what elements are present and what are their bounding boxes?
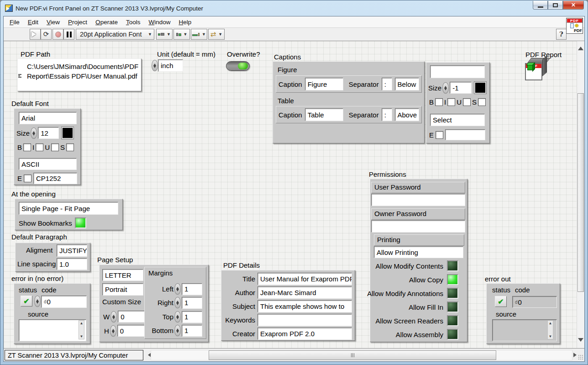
table-caption-input[interactable]: Table: [305, 108, 343, 121]
menu-window[interactable]: Window: [144, 17, 174, 27]
allow-fill-in-led[interactable]: [447, 302, 458, 312]
underline-checkbox[interactable]: [51, 143, 59, 151]
height-spinner[interactable]: [110, 325, 116, 337]
bold-checkbox[interactable]: [435, 98, 443, 106]
pdf-report-icon[interactable]: PDF: [525, 58, 547, 81]
figure-position-dropdown[interactable]: Below: [395, 78, 419, 90]
caption-font-color-box[interactable]: [474, 82, 486, 94]
help-button[interactable]: ?: [556, 29, 567, 40]
margin-left-spinner[interactable]: [174, 283, 181, 295]
abort-button[interactable]: [52, 29, 63, 40]
paper-size-dropdown[interactable]: LETTER: [102, 269, 143, 281]
allow-screen-readers-led[interactable]: [447, 315, 458, 326]
default-font-size-spinner[interactable]: [31, 127, 37, 139]
maximize-button[interactable]: [548, 1, 563, 10]
font-selector[interactable]: 20pt Application Font ▼: [76, 29, 154, 40]
scroll-up-icon[interactable]: ▲: [549, 321, 552, 325]
margin-bottom-input[interactable]: 1: [182, 325, 202, 337]
underline-checkbox[interactable]: [463, 98, 471, 106]
allow-copy-led[interactable]: [447, 274, 458, 285]
default-font-name-input[interactable]: Arial: [19, 112, 77, 124]
strike-checkbox[interactable]: [478, 98, 486, 106]
table-separator-input[interactable]: :: [382, 108, 392, 121]
caption-encoding-checkbox[interactable]: [436, 131, 443, 139]
width-spinner[interactable]: [110, 311, 117, 323]
scroll-down-icon[interactable]: ▼: [549, 334, 552, 339]
unit-spinner[interactable]: [152, 60, 158, 71]
pdf-path-control[interactable]: C:\Users\JMSimard\Documents\PDF Report\E…: [17, 58, 142, 91]
menu-help[interactable]: Help: [174, 17, 195, 27]
menu-operate[interactable]: Operate: [91, 17, 122, 27]
default-font-charset-dropdown[interactable]: ASCII: [19, 158, 77, 170]
menu-edit[interactable]: Edit: [24, 17, 42, 27]
pause-button[interactable]: [63, 29, 74, 40]
table-position-dropdown[interactable]: Above: [395, 108, 419, 121]
figure-caption-input[interactable]: Figure: [305, 78, 343, 90]
caption-font-select-dropdown[interactable]: Select: [430, 114, 485, 126]
caption-encoding-input[interactable]: [445, 129, 485, 140]
margin-right-spinner[interactable]: [174, 297, 181, 308]
overwrite-switch[interactable]: [226, 61, 250, 71]
margin-left-input[interactable]: 1: [182, 283, 202, 295]
margin-right-input[interactable]: 1: [182, 297, 202, 309]
pdf-path-value[interactable]: C:\Users\JMSimard\Documents\PDF Report\E…: [23, 59, 141, 91]
printing-dropdown[interactable]: Allow Printing: [374, 246, 463, 258]
menu-view[interactable]: View: [42, 17, 64, 27]
allow-modify-annotations-led[interactable]: [447, 288, 458, 299]
vertical-scrollbar-thumb[interactable]: [578, 93, 584, 292]
owner-password-input[interactable]: [371, 220, 465, 233]
scroll-up-icon[interactable]: [578, 44, 583, 50]
horizontal-scrollbar-thumb[interactable]: [209, 350, 496, 360]
allow-modify-contents-led[interactable]: [447, 260, 458, 271]
strike-checkbox[interactable]: [66, 143, 74, 151]
margin-bottom-spinner[interactable]: [174, 325, 181, 336]
encoding-checkbox[interactable]: [24, 175, 31, 182]
author-input[interactable]: Jean-Marc Simard: [257, 286, 352, 299]
code-spinner[interactable]: [34, 296, 41, 307]
italic-checkbox[interactable]: [36, 143, 43, 151]
resize-grip[interactable]: [578, 354, 583, 360]
margin-top-spinner[interactable]: [174, 311, 181, 323]
default-font-color-box[interactable]: [62, 127, 74, 139]
path-browse-icon[interactable]: [18, 74, 22, 78]
align-objects-button[interactable]: ▼: [156, 29, 173, 40]
menu-file[interactable]: File: [5, 17, 24, 27]
encoding-input[interactable]: CP1252: [33, 173, 77, 184]
caption-font-size-spinner[interactable]: [442, 82, 449, 94]
distribute-objects-button[interactable]: ▼: [173, 29, 190, 40]
status-indicator[interactable]: ✔: [21, 296, 32, 307]
run-button[interactable]: [30, 29, 41, 40]
figure-separator-input[interactable]: :: [382, 78, 392, 90]
source-scrollbar[interactable]: ▲▼: [79, 320, 84, 339]
scroll-up-icon[interactable]: ▲: [80, 321, 84, 325]
reorder-button[interactable]: ⇄▼: [208, 29, 225, 40]
horizontal-scrollbar[interactable]: [151, 350, 572, 360]
minimize-button[interactable]: [533, 1, 548, 10]
subject-input[interactable]: This example shows how to: [257, 300, 352, 312]
run-continuously-button[interactable]: ⟳: [41, 29, 52, 40]
italic-checkbox[interactable]: [447, 98, 455, 106]
default-font-size-input[interactable]: 12: [38, 127, 59, 139]
margin-top-input[interactable]: 1: [182, 311, 202, 323]
opening-view-dropdown[interactable]: Single Page - Fit Page: [19, 202, 118, 215]
execution-target-selector[interactable]: ZT Scanner 2013 V3.lvproj/My Computer: [5, 350, 143, 360]
orientation-dropdown[interactable]: Portrait: [102, 283, 143, 296]
close-button[interactable]: ✕: [563, 1, 584, 10]
creator-input[interactable]: Exaprom PDF 2.0: [257, 328, 352, 340]
show-bookmarks-led[interactable]: [75, 217, 86, 228]
vertical-scrollbar[interactable]: [577, 41, 584, 348]
alignment-input[interactable]: JUSTIFY: [57, 244, 87, 257]
code-input[interactable]: d0: [41, 296, 87, 308]
scroll-down-icon[interactable]: ▼: [80, 334, 84, 339]
title-input[interactable]: User Manual for Exaprom PDF: [257, 273, 352, 285]
menu-tools[interactable]: Tools: [122, 17, 145, 27]
keywords-input[interactable]: [257, 314, 352, 326]
width-input[interactable]: 0: [118, 311, 145, 323]
allow-assembly-led[interactable]: [447, 329, 458, 340]
unit-value[interactable]: inch: [158, 59, 183, 72]
user-password-input[interactable]: [371, 194, 465, 206]
source-input[interactable]: [19, 319, 86, 341]
resize-objects-button[interactable]: ▼: [191, 29, 207, 40]
line-spacing-input[interactable]: 1.0: [57, 258, 87, 270]
scroll-down-icon[interactable]: [578, 338, 583, 344]
